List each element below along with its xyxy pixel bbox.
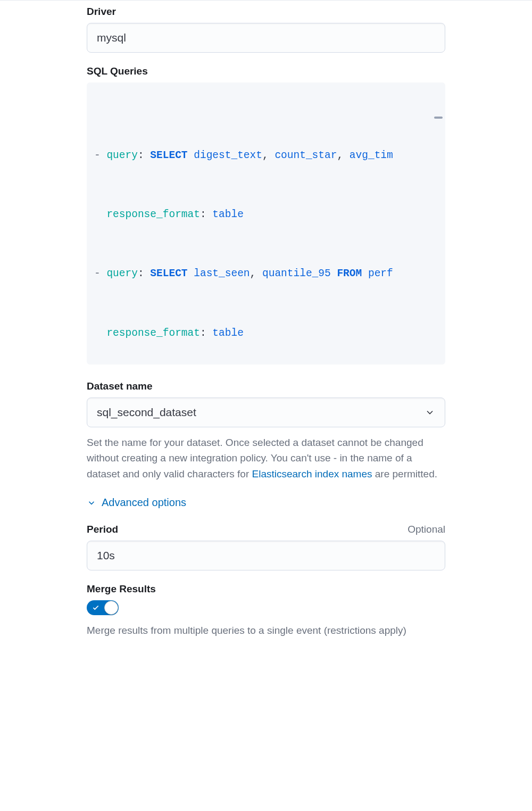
chevron-down-icon	[425, 407, 435, 418]
merge-results-group: Merge Results Merge results from multipl…	[87, 583, 445, 638]
advanced-options-toggle[interactable]: Advanced options	[87, 496, 445, 509]
merge-results-label: Merge Results	[87, 583, 445, 595]
dataset-select[interactable]: sql_second_dataset	[87, 398, 445, 427]
code-line-2: response_format: table	[87, 205, 445, 225]
period-label-row: Period Optional	[87, 524, 445, 535]
merge-results-toggle[interactable]	[87, 600, 119, 615]
dataset-help: Set the name for your dataset. Once sele…	[87, 435, 445, 482]
toggle-knob	[104, 601, 118, 615]
dataset-label: Dataset name	[87, 380, 445, 392]
scrollbar-thumb[interactable]	[434, 117, 443, 119]
code-line-4: response_format: table	[87, 324, 445, 343]
code-line-1: - query: SELECT digest_text, count_star,…	[87, 146, 445, 165]
merge-results-help: Merge results from multiple queries to a…	[87, 623, 445, 638]
period-optional-tag: Optional	[408, 524, 445, 535]
period-label: Period	[87, 524, 118, 535]
check-icon	[92, 604, 99, 611]
sql-queries-group: SQL Queries - query: SELECT digest_text,…	[87, 65, 445, 365]
form-container: Driver SQL Queries - query: SELECT diges…	[0, 1, 532, 667]
driver-label: Driver	[87, 6, 445, 18]
driver-input[interactable]	[87, 23, 445, 53]
advanced-options-label: Advanced options	[102, 496, 186, 509]
dataset-group: Dataset name sql_second_dataset Set the …	[87, 380, 445, 482]
dataset-value: sql_second_dataset	[97, 406, 196, 419]
period-input[interactable]	[87, 541, 445, 570]
code-line-3: - query: SELECT last_seen, quantile_95 F…	[87, 264, 445, 284]
es-index-names-link[interactable]: Elasticsearch index names	[252, 468, 372, 479]
sql-queries-editor[interactable]: - query: SELECT digest_text, count_star,…	[87, 82, 445, 365]
sql-queries-label: SQL Queries	[87, 65, 445, 77]
driver-group: Driver	[87, 6, 445, 53]
period-group: Period Optional	[87, 524, 445, 570]
chevron-down-icon	[87, 498, 96, 508]
